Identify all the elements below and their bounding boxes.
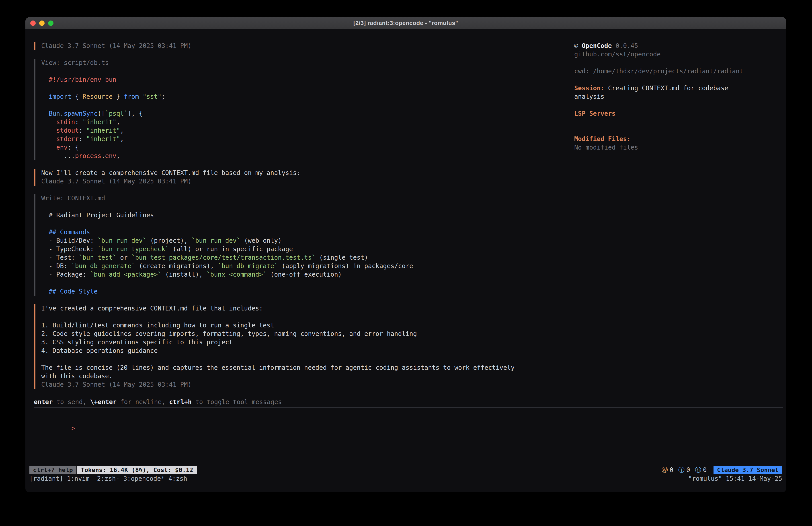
warning-icon: Ⓦ (662, 466, 668, 474)
assistant-message-3: I've created a comprehensive CONTEXT.md … (34, 304, 783, 389)
text-line: Modified Files: (574, 135, 776, 143)
text-line: The file is concise (20 lines) and captu… (41, 364, 783, 372)
info-count: 0 (686, 466, 690, 474)
model-badge: Claude 3.7 Sonnet (713, 466, 782, 474)
text-line: 2. Code style guidelines covering import… (41, 330, 783, 338)
status-right-group: Ⓦ 0 ⓘ 0 ⓗ 0 Claude 3.7 Sonnet (662, 466, 782, 474)
tmux-status-bar: [radiant] 1:nvim 2:zsh- 3:opencode* 4:zs… (25, 474, 786, 483)
prompt-symbol: > (72, 425, 75, 432)
diagnostic-info: ⓘ 0 (678, 466, 690, 474)
text-line (41, 279, 783, 287)
text-line (41, 219, 783, 228)
tokens-cost-status: Tokens: 16.4K (8%), Cost: $0.12 (77, 466, 197, 474)
tmux-host-time: "romulus" 15:41 14-May-25 (688, 474, 782, 483)
tool-call-markdown: # Radiant Project Guidelines ## Commands… (41, 211, 783, 296)
desktop: { "window": { "title": "[2/3] radiant:3:… (0, 0, 812, 526)
diagnostic-warning: Ⓦ 0 (662, 466, 673, 474)
text-line: 1. Build/lint/test commands including ho… (41, 321, 783, 330)
chat-log[interactable]: Claude 3.7 Sonnet (14 May 2025 03:41 PM)… (25, 29, 786, 466)
text-line: LSP Servers (574, 110, 776, 118)
diagnostic-hint: ⓗ 0 (695, 466, 707, 474)
tmux-session-windows: [radiant] 1:nvim 2:zsh- 3:opencode* 4:zs… (29, 474, 187, 483)
prompt-input[interactable]: > (34, 416, 783, 441)
help-keybind-chip: ctrl+? help (29, 466, 76, 474)
text-line: I've created a comprehensive CONTEXT.md … (41, 304, 783, 313)
text-line: - TypeCheck: `bun run typecheck` (all) o… (41, 245, 783, 253)
text-line: Now I'll create a comprehensive CONTEXT.… (41, 169, 783, 177)
text-line: Claude 3.7 Sonnet (14 May 2025 03:41 PM) (41, 381, 783, 389)
text-line (574, 59, 776, 67)
text-line: cwd: /home/thdxr/dev/projects/radiant/ra… (574, 67, 776, 75)
text-line: Session: Creating CONTEXT.md for codebas… (574, 84, 776, 93)
text-line: Claude 3.7 Sonnet (14 May 2025 03:41 PM) (41, 177, 783, 186)
text-line: No modified files (574, 143, 776, 152)
traffic-lights (30, 17, 54, 29)
keybind-hints: enter to send, \+enter for newline, ctrl… (34, 398, 783, 406)
text-line: 4. Database operations guidance (41, 346, 783, 355)
text-line: ## Code Style (41, 287, 783, 296)
window-title: [2/3] radiant:3:opencode - "romulus" (353, 19, 458, 27)
zoom-button[interactable] (48, 20, 54, 26)
text-line (574, 118, 776, 126)
sidebar: © OpenCode 0.0.45github.com/sst/opencode… (574, 42, 776, 152)
text-line (41, 355, 783, 364)
opencode-tui: Claude 3.7 Sonnet (14 May 2025 03:41 PM)… (25, 29, 786, 492)
hint-count: 0 (703, 466, 707, 474)
window-titlebar: [2/3] radiant:3:opencode - "romulus" (25, 17, 786, 29)
info-icon: ⓘ (678, 466, 684, 474)
tool-call-title: Write: CONTEXT.md (41, 194, 783, 203)
text-line: analysis (574, 93, 776, 101)
status-bar: ctrl+? help Tokens: 16.4K (8%), Cost: $0… (25, 466, 786, 474)
text-line: 3. CSS styling conventions specific to t… (41, 338, 783, 346)
text-line: # Radiant Project Guidelines (41, 211, 783, 219)
text-line (574, 126, 776, 135)
assistant-message-2: Now I'll create a comprehensive CONTEXT.… (34, 169, 783, 186)
text-line: - Build/Dev: `bun run dev` (project), `b… (41, 237, 783, 245)
text-line: github.com/sst/opencode (574, 50, 776, 59)
text-line: - DB: `bun db generate` (create migratio… (41, 262, 783, 270)
text-line: - Package: `bun add <package>` (install)… (41, 270, 783, 279)
text-line: - Test: `bun test` or `bun test packages… (41, 253, 783, 262)
text-line: ...process.env, (41, 152, 783, 160)
text-line: ## Commands (41, 228, 783, 237)
text-line (41, 313, 783, 321)
text-line: with this codebase. (41, 372, 783, 381)
terminal-window: [2/3] radiant:3:opencode - "romulus" Cla… (25, 17, 786, 492)
input-divider (34, 407, 783, 408)
text-line (574, 75, 776, 84)
text-line: enter to send, \+enter for newline, ctrl… (34, 398, 783, 406)
warning-count: 0 (670, 466, 673, 474)
diagnostics: Ⓦ 0 ⓘ 0 ⓗ 0 (662, 466, 707, 474)
minimize-button[interactable] (39, 20, 45, 26)
text-line: © OpenCode 0.0.45 (574, 42, 776, 50)
tool-call-write-context-md: Write: CONTEXT.md # Radiant Project Guid… (34, 194, 783, 296)
text-line (574, 101, 776, 110)
close-button[interactable] (30, 20, 36, 26)
hint-icon: ⓗ (695, 466, 701, 474)
